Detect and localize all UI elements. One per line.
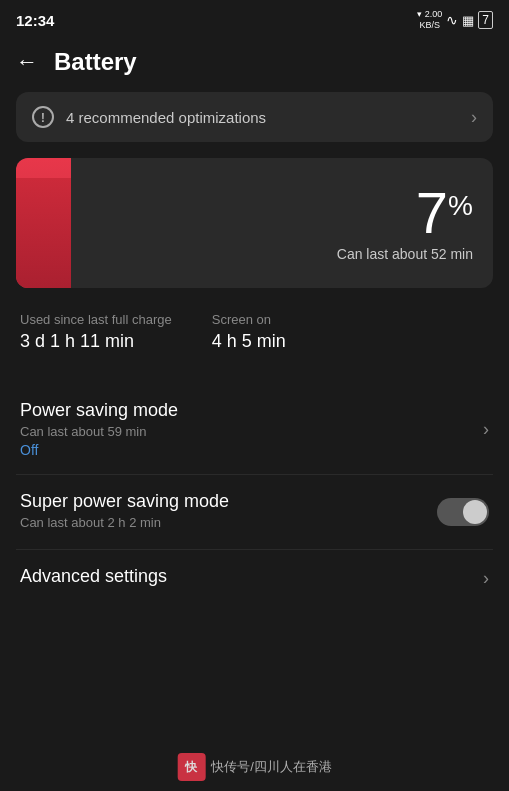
super-power-saving-item[interactable]: Super power saving mode Can last about 2…	[16, 475, 493, 550]
battery-level-bar	[16, 158, 71, 288]
status-time: 12:34	[16, 12, 54, 29]
optimization-chevron: ›	[471, 107, 477, 128]
page-title: Battery	[54, 48, 137, 76]
header: ← Battery	[0, 36, 509, 92]
advanced-settings-chevron: ›	[483, 568, 489, 589]
power-saving-status: Off	[20, 442, 483, 458]
signal-icon: ▦	[462, 13, 474, 28]
battery-info: 7 % Can last about 52 min	[71, 158, 493, 288]
optimization-text: 4 recommended optimizations	[66, 109, 266, 126]
screen-on-label: Screen on	[212, 312, 286, 327]
watermark-text: 快传号/四川人在香港	[211, 758, 332, 776]
back-button[interactable]: ←	[16, 51, 38, 73]
since-charge-value: 3 d 1 h 11 min	[20, 331, 172, 352]
power-saving-subtitle: Can last about 59 min	[20, 424, 483, 439]
optimization-banner[interactable]: ! 4 recommended optimizations ›	[16, 92, 493, 142]
wifi-icon: ∿	[446, 12, 458, 28]
advanced-settings-title: Advanced settings	[20, 566, 483, 587]
network-speed-icon: ▾ 2.00 KB/S	[417, 9, 442, 31]
super-power-saving-toggle[interactable]	[437, 498, 489, 526]
power-saving-title: Power saving mode	[20, 400, 483, 421]
power-saving-chevron: ›	[483, 419, 489, 440]
super-power-saving-title: Super power saving mode	[20, 491, 437, 512]
status-icons: ▾ 2.00 KB/S ∿ ▦ 7	[417, 9, 493, 31]
power-saving-mode-item[interactable]: Power saving mode Can last about 59 min …	[16, 384, 493, 475]
advanced-settings-item[interactable]: Advanced settings ›	[16, 550, 493, 606]
status-bar: 12:34 ▾ 2.00 KB/S ∿ ▦ 7	[0, 0, 509, 36]
watermark-logo: 快	[177, 753, 205, 781]
screen-on-stat: Screen on 4 h 5 min	[212, 312, 286, 352]
watermark: 快 快传号/四川人在香港	[177, 753, 332, 781]
battery-status-icon: 7	[478, 11, 493, 29]
screen-on-value: 4 h 5 min	[212, 331, 286, 352]
menu-list: Power saving mode Can last about 59 min …	[16, 384, 493, 606]
toggle-knob	[463, 500, 487, 524]
super-power-saving-subtitle: Can last about 2 h 2 min	[20, 515, 437, 530]
since-charge-stat: Used since last full charge 3 d 1 h 11 m…	[20, 312, 172, 352]
battery-percentage: 7 %	[416, 184, 473, 242]
content: ! 4 recommended optimizations › 7 % Can …	[0, 92, 509, 606]
battery-time-remaining: Can last about 52 min	[337, 246, 473, 262]
optimization-icon: !	[32, 106, 54, 128]
usage-stats: Used since last full charge 3 d 1 h 11 m…	[16, 312, 493, 352]
since-charge-label: Used since last full charge	[20, 312, 172, 327]
battery-card: 7 % Can last about 52 min	[16, 158, 493, 288]
